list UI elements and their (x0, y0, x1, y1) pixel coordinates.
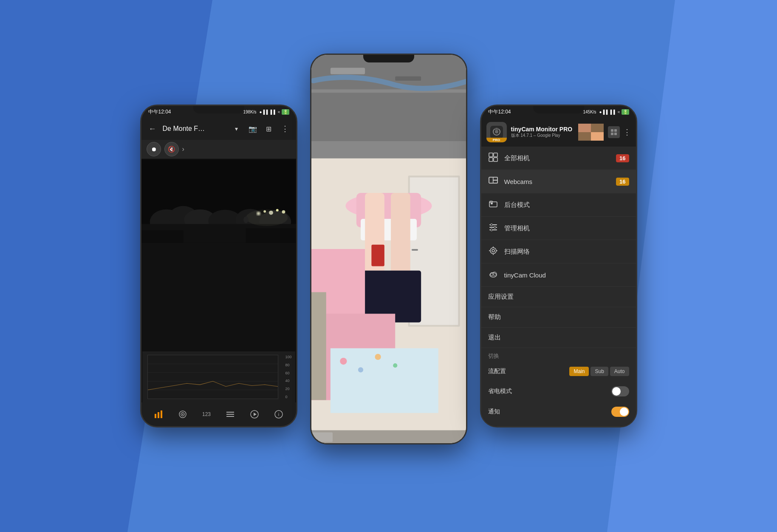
settings-label-notification: 通知 (488, 408, 607, 416)
signal-icon-left: ● (260, 110, 262, 114)
phone-right-screen: 中午12:04 145K/s ● ▌▌ ▌▌ ≈ 🔋 (481, 106, 636, 426)
mute-button-left[interactable]: 🔇 (164, 142, 179, 156)
svg-point-56 (375, 354, 381, 360)
bars-icon-right: ▌▌ (603, 110, 609, 114)
analytics-icon-left[interactable] (154, 410, 163, 419)
camera-title-left: De Monte F… (163, 125, 226, 133)
svg-point-14 (243, 216, 249, 223)
status-icons-left: 198K/s ● ▌▌ ▌▌ ≈ 🔋 (243, 109, 289, 115)
menu-item-manage-cameras[interactable]: 管理相机 (481, 217, 636, 240)
record-button-left[interactable]: ⏺ (147, 142, 161, 156)
menu-item-background[interactable]: 后台模式 (481, 193, 636, 217)
grid-icon-left[interactable]: ⊞ (263, 125, 275, 133)
menu-label-exit: 退出 (488, 334, 501, 342)
chart-label-80: 80 (285, 363, 291, 367)
app-subtitle-right: 版本 14.7.1 – Google Play (511, 133, 574, 139)
play-icon-left[interactable] (250, 410, 259, 419)
svg-rect-22 (155, 414, 156, 418)
svg-rect-29 (226, 414, 234, 415)
svg-rect-73 (489, 153, 493, 157)
numbers-icon-left[interactable]: 123 (202, 411, 211, 417)
stream-btn-sub[interactable]: Sub (591, 367, 608, 376)
menu-badge-all-cameras: 16 (616, 154, 629, 162)
dropdown-icon-left[interactable]: ▾ (231, 125, 243, 132)
camera-icon-left[interactable]: 📷 (247, 125, 259, 133)
svg-rect-28 (226, 412, 234, 413)
svg-rect-71 (611, 133, 613, 135)
scan-network-icon (488, 246, 498, 257)
menu-section-right: 全部相机 16 Webcams (481, 147, 636, 426)
pro-badge: PRO (486, 138, 507, 142)
menu-item-webcams[interactable]: Webcams 16 (481, 170, 636, 193)
list-icon-left[interactable] (226, 410, 235, 419)
menu-label-help: 帮助 (488, 313, 501, 321)
svg-rect-67 (578, 124, 591, 132)
status-icons-right: 145K/s ● ▌▌ ▌▌ ≈ 🔋 (583, 109, 629, 115)
svg-rect-53 (330, 348, 438, 413)
phone-notch-center (363, 55, 414, 62)
svg-rect-39 (395, 76, 421, 81)
grid-toggle-right[interactable] (608, 126, 620, 138)
menu-label-manage: 管理相机 (504, 224, 629, 232)
menu-label-app-settings: 应用设置 (488, 293, 514, 301)
app-icon-right: PRO (486, 122, 507, 142)
battery-icon-left: 🔋 (282, 109, 289, 115)
svg-rect-65 (494, 128, 499, 130)
menu-label-all-cameras: 全部相机 (504, 154, 610, 162)
section-divider-switch: 切换 (481, 348, 636, 362)
wifi-icon-right: ≈ (618, 110, 620, 114)
chart-canvas-left (147, 355, 278, 399)
chart-label-60: 60 (285, 371, 291, 375)
svg-rect-74 (494, 153, 497, 157)
battery-icon-right: 🔋 (622, 109, 629, 115)
svg-point-89 (490, 229, 492, 231)
info-icon-left[interactable]: i (274, 410, 283, 419)
menu-item-all-cameras[interactable]: 全部相机 16 (481, 147, 636, 170)
menu-item-scan-network[interactable]: 扫描网络 (481, 240, 636, 263)
svg-point-54 (340, 358, 347, 365)
toggle-power-save[interactable] (611, 386, 629, 396)
menu-item-cloud[interactable]: tinyCam Cloud (481, 263, 636, 287)
svg-rect-17 (148, 355, 278, 399)
svg-rect-78 (489, 177, 493, 183)
menu-item-app-settings[interactable]: 应用设置 (481, 287, 636, 307)
svg-rect-79 (493, 177, 497, 180)
svg-rect-68 (591, 132, 604, 141)
phone-center (310, 54, 467, 444)
svg-marker-32 (254, 413, 257, 416)
right-app-screen: 中午12:04 145K/s ● ▌▌ ▌▌ ≈ 🔋 (481, 106, 636, 426)
settings-label-power-save: 省电模式 (488, 388, 607, 395)
webcams-icon (488, 176, 498, 187)
settings-item-notification: 通知 (481, 402, 636, 422)
target-icon-left[interactable] (178, 410, 187, 419)
more-icon-left[interactable]: ⋮ (279, 124, 291, 133)
bottom-bar-left: 123 i (141, 402, 296, 426)
toggle-notification[interactable] (611, 407, 629, 417)
svg-rect-15 (141, 230, 183, 243)
stream-btn-auto[interactable]: Auto (610, 367, 629, 376)
svg-rect-80 (493, 181, 497, 184)
svg-rect-75 (489, 158, 493, 161)
phone-right: 中午12:04 145K/s ● ▌▌ ▌▌ ≈ 🔋 (480, 105, 637, 427)
mute-icon-left: 🔇 (168, 146, 175, 153)
header-thumbnail-right (578, 124, 604, 141)
cloud-icon (488, 269, 498, 280)
toggle-knob-power-save (612, 387, 621, 396)
bars-icon-left: ▌▌ (263, 110, 269, 114)
chart-label-0: 0 (285, 395, 291, 399)
night-vision-image (141, 158, 296, 243)
toggle-knob-notification (620, 407, 628, 416)
more-icon-right[interactable]: ⋮ (623, 127, 631, 137)
svg-text:i: i (278, 412, 279, 417)
menu-item-exit[interactable]: 退出 (481, 328, 636, 348)
settings-item-bg-audio: 背景音频 (481, 422, 636, 426)
stream-btn-main[interactable]: Main (569, 367, 589, 376)
chart-label-20: 20 (285, 387, 291, 391)
network-speed-right: 145K/s (583, 110, 596, 114)
menu-item-help[interactable]: 帮助 (481, 307, 636, 328)
svg-rect-72 (614, 133, 617, 135)
back-button-left[interactable]: ← (147, 125, 158, 133)
background-mode-icon (488, 199, 498, 210)
record-icon-left: ⏺ (151, 146, 157, 153)
camera-view-left: 100 80 60 40 20 0 (141, 158, 296, 402)
